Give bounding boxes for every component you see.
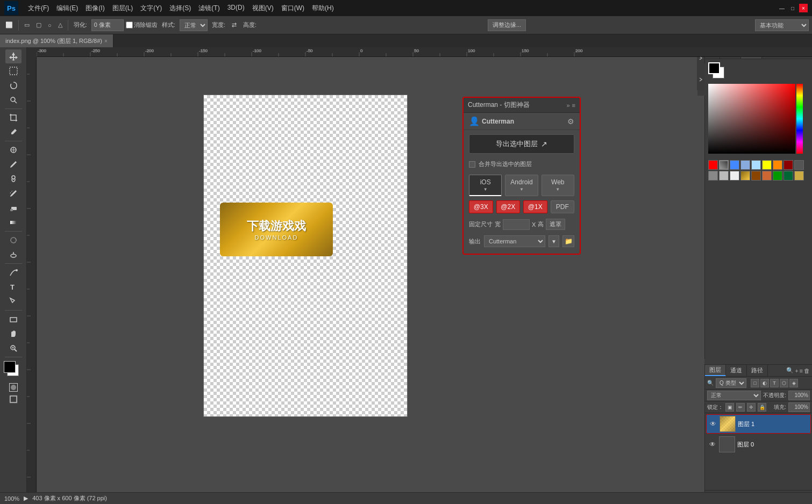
maximize-button[interactable]: □	[788, 4, 797, 12]
layers-search-icon[interactable]: 🔍	[786, 367, 794, 374]
text-tool[interactable]: T	[5, 280, 22, 294]
cutterman-expand-icon[interactable]: »	[566, 102, 569, 109]
eyedropper-tool[interactable]	[5, 125, 22, 139]
output-select[interactable]: Cutterman	[484, 235, 545, 247]
move-tool[interactable]	[5, 49, 22, 63]
layer-visibility-icon-0[interactable]: 👁	[708, 440, 717, 449]
blend-mode-select[interactable]: 正常	[707, 391, 761, 400]
history-brush-tool[interactable]	[5, 186, 22, 200]
scale-pdf-btn[interactable]: PDF	[551, 200, 575, 213]
swatch-orange[interactable]	[773, 160, 782, 170]
window-controls[interactable]: — □ ×	[778, 4, 808, 12]
cutterman-menu-icon[interactable]: ≡	[572, 102, 575, 109]
fixed-width-input[interactable]	[503, 219, 530, 230]
tab-layers[interactable]: 图层	[705, 365, 726, 376]
filter-adjust-icon[interactable]: ◐	[760, 379, 769, 387]
clone-tool[interactable]	[5, 172, 22, 186]
scale-3x-btn[interactable]: @3X	[469, 200, 493, 213]
fill-input[interactable]	[788, 402, 810, 412]
layers-kind-select[interactable]: Q 类型	[716, 378, 746, 388]
swatch-gray[interactable]	[794, 160, 804, 170]
pen-tool[interactable]	[5, 265, 22, 279]
scale-1x-btn[interactable]: @1X	[523, 200, 547, 213]
shape-tool[interactable]	[5, 312, 22, 326]
output-dropdown-btn[interactable]: ▼	[549, 235, 559, 247]
hue-slider[interactable]	[796, 84, 803, 154]
layer-item-0[interactable]: 👁 图层 0	[706, 435, 811, 454]
gradient-tool[interactable]	[5, 215, 22, 229]
swatch-skyblue[interactable]	[751, 160, 761, 170]
quick-mask-icon[interactable]	[9, 383, 18, 392]
menu-select[interactable]: 选择(S)	[166, 3, 194, 14]
swatch-blue[interactable]	[730, 160, 739, 170]
swatch-verylightgray[interactable]	[730, 171, 739, 181]
document-tab[interactable]: index.png @ 100% (图层 1, RGB/8#) ×	[0, 34, 113, 47]
swatch-red[interactable]	[708, 160, 718, 170]
crop-tool[interactable]	[5, 111, 22, 125]
swatch-lightgray[interactable]	[719, 171, 729, 181]
platform-android-btn[interactable]: Android ▼	[505, 175, 538, 196]
swatch-sienna[interactable]	[762, 171, 772, 181]
menu-3d[interactable]: 3D(D)	[224, 3, 248, 14]
swatch-gold[interactable]	[740, 171, 750, 181]
menu-filter[interactable]: 滤镜(T)	[195, 3, 223, 14]
swatch-green[interactable]	[773, 171, 782, 181]
close-button[interactable]: ×	[799, 4, 808, 12]
layer-visibility-icon-1[interactable]: 👁	[709, 420, 717, 428]
lasso-tool[interactable]	[5, 78, 22, 92]
menu-layer[interactable]: 图层(L)	[109, 3, 137, 14]
feather-input[interactable]	[91, 19, 124, 31]
filter-pixel-icon[interactable]: □	[751, 379, 759, 387]
brush-tool[interactable]	[5, 157, 22, 171]
hand-tool[interactable]	[5, 327, 22, 341]
heal-tool[interactable]	[5, 143, 22, 157]
filter-type-icon[interactable]: T	[770, 379, 779, 387]
output-folder-btn[interactable]: 📁	[562, 235, 574, 247]
export-layers-button[interactable]: 导出选中图层 ↗	[469, 134, 574, 154]
foreground-color-swatch[interactable]	[4, 361, 16, 373]
color-spectrum[interactable]	[708, 84, 795, 154]
merge-checkbox[interactable]	[469, 161, 475, 168]
lock-transparency-icon[interactable]: ▣	[725, 403, 734, 412]
swatch-diagonal[interactable]	[719, 160, 729, 170]
platform-web-btn[interactable]: Web ▼	[542, 175, 574, 196]
tab-paths[interactable]: 路径	[747, 365, 768, 376]
layers-menu-icon[interactable]: ≡	[800, 368, 803, 374]
dodge-tool[interactable]	[5, 248, 22, 262]
swatch-tan[interactable]	[794, 171, 804, 181]
swatch-brown[interactable]	[751, 171, 761, 181]
adjust-edge-button[interactable]: 调整边缘...	[488, 19, 526, 31]
lock-all-icon[interactable]: 🔒	[758, 403, 766, 412]
eraser-tool[interactable]	[5, 201, 22, 215]
screen-mode-btn[interactable]	[5, 392, 22, 406]
style-select[interactable]: 正常	[180, 19, 208, 31]
zoom-tool[interactable]	[5, 341, 22, 355]
opacity-input[interactable]	[788, 391, 810, 400]
path-select-tool[interactable]	[5, 294, 22, 308]
layers-add-icon[interactable]: +	[795, 368, 798, 374]
swatch-midgray[interactable]	[708, 171, 718, 181]
layers-trash-icon[interactable]: 🗑	[804, 368, 810, 374]
selection-tool[interactable]	[5, 64, 22, 78]
menu-view[interactable]: 视图(V)	[249, 3, 277, 14]
menu-help[interactable]: 帮助(H)	[309, 3, 337, 14]
minimize-button[interactable]: —	[778, 4, 786, 12]
lock-position-icon[interactable]: ✛	[747, 403, 756, 412]
platform-ios-btn[interactable]: iOS ▼	[469, 175, 502, 196]
tab-close-icon[interactable]: ×	[104, 38, 108, 44]
anti-alias-checkbox[interactable]	[126, 21, 133, 28]
swatch-yellow[interactable]	[762, 160, 772, 170]
filter-smart-icon[interactable]: ◈	[789, 379, 798, 387]
menu-edit[interactable]: 编辑(E)	[53, 3, 81, 14]
mask-btn[interactable]: 遮罩	[546, 219, 565, 230]
menu-text[interactable]: 文字(Y)	[137, 3, 165, 14]
swatch-lightblue[interactable]	[740, 160, 750, 170]
workspace-select[interactable]: 基本功能	[755, 19, 809, 31]
tab-channels[interactable]: 通道	[726, 365, 747, 376]
menu-window[interactable]: 窗口(W)	[278, 3, 308, 14]
cutterman-settings-icon[interactable]: ⚙	[567, 117, 574, 126]
menu-image[interactable]: 图像(I)	[82, 3, 108, 14]
lock-paint-icon[interactable]: ✏	[736, 403, 745, 412]
menu-file[interactable]: 文件(F)	[25, 3, 52, 14]
swatch-darkred[interactable]	[783, 160, 793, 170]
